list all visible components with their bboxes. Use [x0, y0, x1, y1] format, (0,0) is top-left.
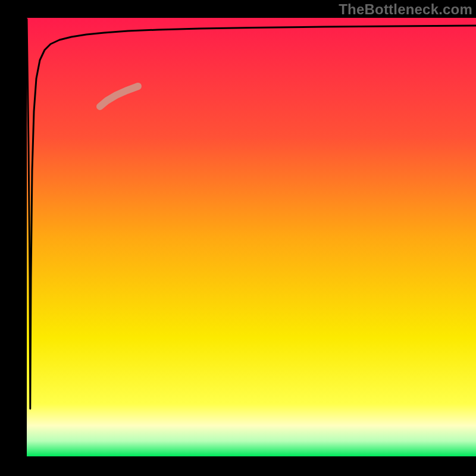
chart-frame: TheBottleneck.com	[0, 0, 476, 476]
plot-area	[27, 18, 476, 456]
gradient-background	[27, 18, 476, 456]
watermark-text: TheBottleneck.com	[339, 1, 472, 18]
plot-svg	[27, 18, 476, 456]
